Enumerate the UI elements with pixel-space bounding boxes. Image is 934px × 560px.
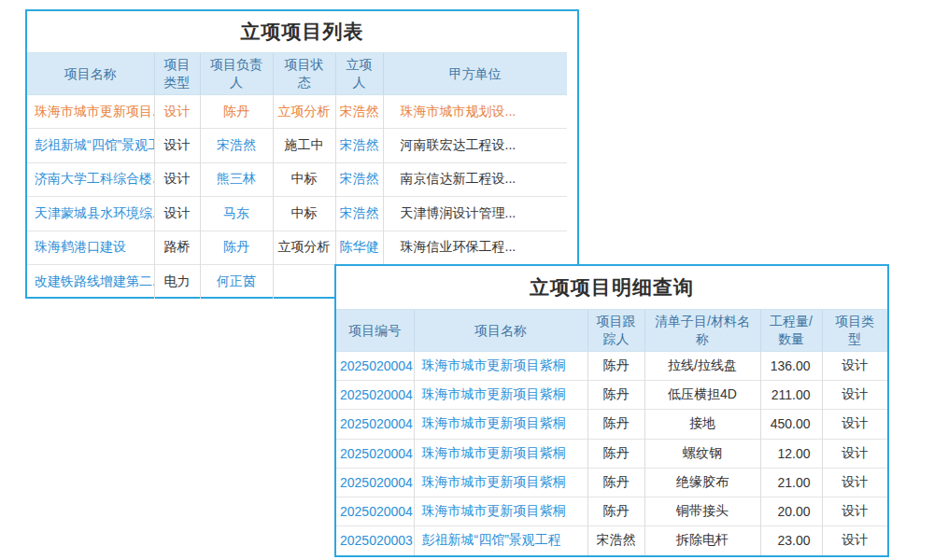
project-name-link[interactable]: 珠海市城市更新项目紫桐 <box>414 497 587 525</box>
project-name-link[interactable]: 济南大学工科综合楼... <box>27 162 154 196</box>
project-type-cell: 设计 <box>154 129 200 162</box>
project-list-panel: 立项项目列表 项目名称 项目类型 项目负责人 项目状态 立项人 甲方单位 珠海市… <box>25 9 579 299</box>
project-detail-panel: 立项项目明细查询 项目编号 项目名称 项目跟踪人 清单子目/材料名称 工程量/数… <box>334 264 889 557</box>
quantity-cell: 211.00 <box>760 381 822 410</box>
project-code-link[interactable]: 2025020004 <box>336 352 414 381</box>
column-header-project-manager: 项目负责人 <box>200 53 273 95</box>
table-row[interactable]: 天津蒙城县水环境综... 设计 马东 中标 宋浩然 天津博润设计管理... <box>27 197 567 231</box>
project-name-link[interactable]: 珠海市城市更新项目紫桐 <box>414 352 587 381</box>
quantity-cell: 450.00 <box>760 410 822 439</box>
table-row[interactable]: 2025020004 珠海市城市更新项目紫桐 陈丹 铜带接头 20.00 设计 <box>336 497 887 525</box>
column-header-project-type: 项目类型 <box>154 53 200 95</box>
quantity-cell: 12.00 <box>760 439 822 468</box>
project-code-link[interactable]: 2025020003 <box>336 526 414 555</box>
initiator-link[interactable]: 宋浩然 <box>335 129 383 162</box>
tracker-cell: 陈丹 <box>587 497 644 525</box>
project-type-cell: 电力 <box>154 264 200 298</box>
quantity-cell: 136.00 <box>760 352 822 381</box>
table-row-selected[interactable]: 珠海市城市更新项目... 设计 陈丹 立项分析 宋浩然 珠海市城市规划设... <box>27 95 567 129</box>
column-header-quantity: 工程量/数量 <box>760 310 822 352</box>
table-row[interactable]: 珠海鹤港口建设 路桥 陈丹 立项分析 陈华健 珠海信业环保工程... <box>27 231 567 264</box>
project-type-cell: 路桥 <box>154 231 200 264</box>
tracker-cell: 陈丹 <box>587 410 644 439</box>
material-cell: 铜带接头 <box>644 497 760 525</box>
column-header-material: 清单子目/材料名称 <box>644 310 760 352</box>
table-row[interactable]: 2025020004 珠海市城市更新项目紫桐 陈丹 绝缘胶布 21.00 设计 <box>336 468 887 497</box>
project-status-cell: 施工中 <box>273 129 335 162</box>
project-detail-table: 项目编号 项目名称 项目跟踪人 清单子目/材料名称 工程量/数量 项目类型 20… <box>336 309 887 555</box>
material-cell: 接地 <box>644 410 760 439</box>
material-cell: 绝缘胶布 <box>644 468 760 497</box>
project-status-cell: 中标 <box>273 162 335 196</box>
project-name-link[interactable]: 珠海鹤港口建设 <box>27 231 154 264</box>
project-code-link[interactable]: 2025020004 <box>336 410 414 439</box>
project-type-cell: 设计 <box>154 197 200 231</box>
material-cell: 低压横担4D <box>644 381 760 410</box>
project-manager-link[interactable]: 陈丹 <box>200 231 273 264</box>
project-name-link[interactable]: 珠海市城市更新项目... <box>27 95 154 129</box>
material-cell: 螺纹钢 <box>644 439 760 468</box>
project-type-cell: 设计 <box>154 95 200 129</box>
project-code-link[interactable]: 2025020004 <box>336 439 414 468</box>
project-type-cell: 设计 <box>822 352 887 381</box>
project-status-cell: 中标 <box>273 197 335 231</box>
project-list-table: 项目名称 项目类型 项目负责人 项目状态 立项人 甲方单位 珠海市城市更新项目.… <box>27 52 567 299</box>
project-code-link[interactable]: 2025020004 <box>336 497 414 525</box>
quantity-cell: 21.00 <box>760 468 822 497</box>
tracker-cell: 陈丹 <box>587 439 644 468</box>
project-status-cell: 立项分析 <box>273 231 335 264</box>
column-header-initiator: 立项人 <box>335 53 383 95</box>
project-name-link[interactable]: 彭祖新城“四馆”景观工程 <box>414 526 587 555</box>
project-code-link[interactable]: 2025020004 <box>336 468 414 497</box>
project-name-link[interactable]: 天津蒙城县水环境综... <box>27 197 154 231</box>
initiator-link[interactable]: 陈华健 <box>335 231 383 264</box>
column-header-project-type: 项目类型 <box>822 310 887 352</box>
initiator-link[interactable]: 宋浩然 <box>335 95 383 129</box>
project-manager-link[interactable]: 陈丹 <box>200 95 273 129</box>
quantity-cell: 23.00 <box>760 526 822 555</box>
column-header-project-name: 项目名称 <box>27 53 154 95</box>
project-status-cell <box>273 264 335 298</box>
project-manager-link[interactable]: 熊三林 <box>200 162 273 196</box>
tracker-cell: 陈丹 <box>587 468 644 497</box>
project-type-cell: 设计 <box>822 439 887 468</box>
project-name-link[interactable]: 珠海市城市更新项目紫桐 <box>414 410 587 439</box>
material-cell: 拉线/拉线盘 <box>644 352 760 381</box>
project-manager-link[interactable]: 马东 <box>200 197 273 231</box>
client-unit-cell: 珠海信业环保工程... <box>383 231 567 264</box>
table-row[interactable]: 2025020004 珠海市城市更新项目紫桐 陈丹 螺纹钢 12.00 设计 <box>336 439 887 468</box>
table-row[interactable]: 2025020003 彭祖新城“四馆”景观工程 宋浩然 拆除电杆 23.00 设… <box>336 526 887 555</box>
table-row[interactable]: 2025020004 珠海市城市更新项目紫桐 陈丹 接地 450.00 设计 <box>336 410 887 439</box>
project-type-cell: 设计 <box>822 410 887 439</box>
project-list-header-row: 项目名称 项目类型 项目负责人 项目状态 立项人 甲方单位 <box>27 53 567 95</box>
project-name-link[interactable]: 彭祖新城“四馆”景观工... <box>27 129 154 162</box>
tracker-cell: 陈丹 <box>587 352 644 381</box>
quantity-cell: 20.00 <box>760 497 822 525</box>
table-row[interactable]: 彭祖新城“四馆”景观工... 设计 宋浩然 施工中 宋浩然 河南联宏达工程设..… <box>27 129 567 162</box>
project-detail-header-row: 项目编号 项目名称 项目跟踪人 清单子目/材料名称 工程量/数量 项目类型 <box>336 310 887 352</box>
column-header-project-status: 项目状态 <box>273 53 335 95</box>
client-unit-cell: 珠海市城市规划设... <box>383 95 567 129</box>
column-header-project-name: 项目名称 <box>414 310 587 352</box>
column-header-tracker: 项目跟踪人 <box>587 310 644 352</box>
initiator-link[interactable]: 宋浩然 <box>335 197 383 231</box>
table-row[interactable]: 2025020004 珠海市城市更新项目紫桐 陈丹 拉线/拉线盘 136.00 … <box>336 352 887 381</box>
column-header-client-unit: 甲方单位 <box>383 53 567 95</box>
project-type-cell: 设计 <box>822 381 887 410</box>
table-row[interactable]: 济南大学工科综合楼... 设计 熊三林 中标 宋浩然 南京信达新工程设... <box>27 162 567 196</box>
project-manager-link[interactable]: 何正茵 <box>200 264 273 298</box>
project-type-cell: 设计 <box>822 526 887 555</box>
project-type-cell: 设计 <box>822 468 887 497</box>
table-row[interactable]: 2025020004 珠海市城市更新项目紫桐 陈丹 低压横担4D 211.00 … <box>336 381 887 410</box>
project-name-link[interactable]: 改建铁路线增建第二... <box>27 264 154 298</box>
project-manager-link[interactable]: 宋浩然 <box>200 129 273 162</box>
material-cell: 拆除电杆 <box>644 526 760 555</box>
client-unit-cell: 天津博润设计管理... <box>383 197 567 231</box>
project-type-cell: 设计 <box>154 162 200 196</box>
initiator-link[interactable]: 宋浩然 <box>335 162 383 196</box>
project-name-link[interactable]: 珠海市城市更新项目紫桐 <box>414 381 587 410</box>
project-name-link[interactable]: 珠海市城市更新项目紫桐 <box>414 468 587 497</box>
project-name-link[interactable]: 珠海市城市更新项目紫桐 <box>414 439 587 468</box>
project-code-link[interactable]: 2025020004 <box>336 381 414 410</box>
project-list-title: 立项项目列表 <box>27 11 577 52</box>
